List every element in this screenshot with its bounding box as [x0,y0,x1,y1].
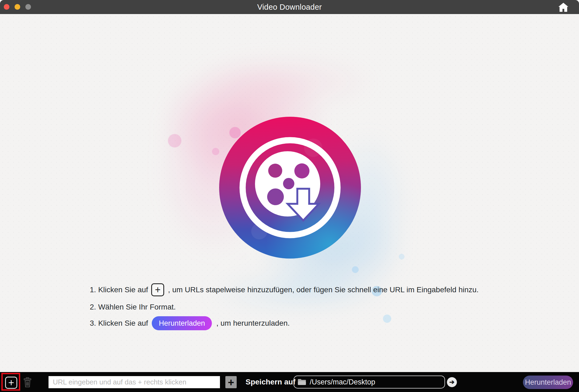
step2-text: 2. Wählen Sie Ihr Format. [90,303,176,311]
save-to-label: Speichern auf [246,372,295,392]
home-button[interactable] [558,2,569,13]
folder-icon [297,378,306,386]
step3-prefix: 3. Klicken Sie auf [90,319,148,328]
download-button[interactable]: Herunterladen [523,376,573,389]
trash-icon [23,377,32,388]
arrow-right-icon: ➔ [449,379,454,386]
bottom-toolbar: + + Speichern auf /Users/mac/Desktop [0,372,579,392]
add-urls-batch-button[interactable]: + [5,377,17,389]
step1-prefix: 1. Klicken Sie auf [90,286,148,294]
instruction-step-3: 3. Klicken Sie auf Herunterladen , um he… [90,316,290,331]
step1-suffix: , um URLs stapelweise hinzuzufügen, oder… [168,286,478,294]
plus-box-icon: + [151,283,164,296]
open-path-button[interactable]: ➔ [447,377,457,387]
window-title: Video Downloader [0,0,579,14]
save-path-field[interactable]: /Users/mac/Desktop [294,376,445,388]
add-url-button[interactable]: + [225,376,237,388]
app-window: Video Downloader [0,0,579,392]
download-pill-illustration: Herunterladen [152,316,212,330]
instruction-step-1: 1. Klicken Sie auf + , um URLs stapelwei… [90,282,479,297]
plus-icon: + [8,377,14,388]
main-area: 1. Klicken Sie auf + , um URLs stapelwei… [0,14,579,372]
instruction-step-2: 2. Wählen Sie Ihr Format. [90,303,176,311]
plus-icon: + [228,377,234,387]
step3-suffix: , um herunterzuladen. [216,319,290,328]
app-logo [219,115,361,260]
delete-button[interactable] [23,377,32,388]
titlebar: Video Downloader [0,0,579,14]
url-input[interactable] [49,376,220,388]
home-icon [558,2,569,13]
save-path-text: /Users/mac/Desktop [310,378,375,386]
